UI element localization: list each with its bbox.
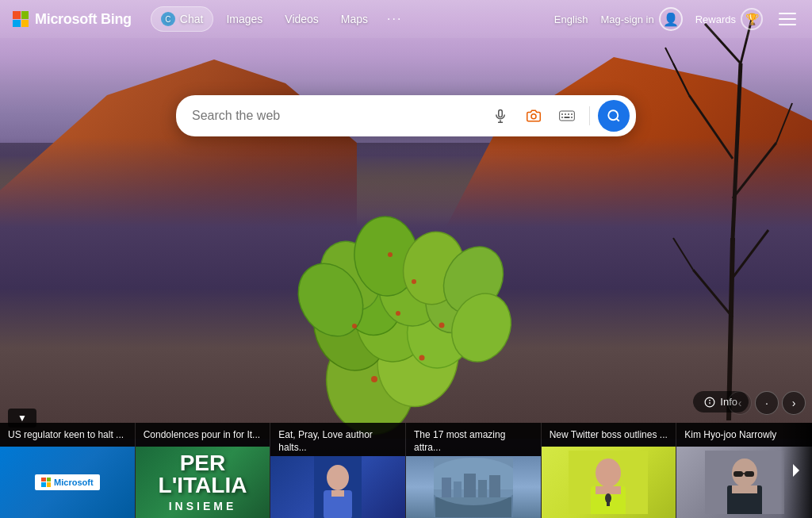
svg-point-17 (439, 323, 445, 328)
hamburger-line-3 (779, 24, 796, 25)
search-container (176, 95, 636, 136)
sign-in-text: Mag-sign in (601, 13, 654, 25)
svg-point-64 (596, 459, 621, 487)
search-divider (589, 106, 590, 125)
microsoft-logo (13, 11, 29, 27)
logo-blue (13, 20, 21, 28)
nav-images[interactable]: Images (216, 8, 272, 30)
svg-line-27 (665, 48, 689, 95)
news-strip: ▼ Info ‹ · › US regulator keen to halt .… (0, 423, 812, 518)
svg-rect-37 (560, 111, 575, 121)
news-card-2-image: PER L'ITALIA INSIEME (136, 447, 270, 518)
news-card-4-image (406, 456, 541, 518)
navigation-bar: Microsoft Bing C Chat Images Videos Maps… (0, 0, 812, 38)
news-img-city (406, 456, 541, 518)
camera-search-button[interactable] (519, 102, 548, 130)
svg-marker-76 (793, 464, 799, 477)
mic-button[interactable] (486, 102, 515, 130)
news-next-arrow[interactable]: › (782, 391, 806, 415)
svg-point-45 (608, 110, 618, 120)
sign-in-area[interactable]: Mag-sign in 👤 (601, 7, 683, 31)
news-card-4-title: The 17 most amazing attra... (406, 423, 541, 456)
nav-maps[interactable]: Maps (331, 8, 377, 30)
svg-line-25 (689, 95, 733, 159)
news-prev-arrow[interactable]: ‹ (728, 391, 752, 415)
search-input[interactable] (192, 109, 486, 123)
svg-line-46 (616, 118, 619, 121)
news-ellipsis: · (755, 391, 779, 415)
news-cards-container: US regulator keen to halt ... Microsoft (0, 423, 812, 518)
svg-point-51 (327, 465, 349, 490)
news-img-microsoft: Microsoft (0, 447, 135, 518)
hamburger-line-2 (779, 18, 796, 20)
trophy-icon: 🏆 (741, 8, 763, 30)
news-card-1-image: Microsoft (0, 447, 135, 518)
svg-point-36 (531, 114, 536, 119)
svg-rect-68 (607, 501, 610, 506)
svg-line-28 (733, 143, 776, 198)
nav-links: C Chat Images Videos Maps ··· (151, 6, 554, 32)
news-nav-arrows: ‹ · › (728, 391, 806, 415)
svg-point-20 (388, 252, 393, 257)
hamburger-menu[interactable] (776, 7, 799, 31)
news-card-3-title: Eat, Pray, Love author halts... (270, 423, 405, 456)
brand-name: Microsoft Bing (35, 11, 132, 28)
svg-rect-33 (499, 110, 503, 117)
svg-rect-74 (745, 471, 754, 477)
svg-line-32 (673, 238, 693, 270)
news-card-5-title: New Twitter boss outlines ... (542, 423, 676, 447)
keyboard-button[interactable] (553, 102, 581, 130)
search-submit-button[interactable] (598, 100, 630, 132)
svg-point-15 (419, 355, 425, 361)
news-card-3-image (270, 456, 405, 518)
rewards-label: Rewards (695, 13, 736, 25)
dark-branches (657, 0, 800, 420)
svg-point-16 (396, 311, 400, 316)
svg-rect-72 (732, 485, 757, 493)
svg-line-22 (733, 63, 741, 238)
svg-line-30 (733, 230, 768, 278)
news-card-5-image (542, 447, 676, 518)
news-card-2-title: Condolences pour in for It... (136, 423, 270, 447)
collapse-icon: ▼ (17, 412, 27, 424)
logo-green (21, 11, 29, 19)
news-card-1[interactable]: US regulator keen to halt ... Microsoft (0, 423, 136, 518)
news-card-3[interactable]: Eat, Pray, Love author halts... (270, 423, 406, 518)
svg-point-19 (352, 324, 357, 328)
nav-chat[interactable]: C Chat (151, 6, 214, 32)
news-card-2[interactable]: Condolences pour in for It... PER L'ITAL… (136, 423, 271, 518)
nav-right-section: English Mag-sign in 👤 Rewards 🏆 (554, 7, 799, 31)
news-img-italia: PER L'ITALIA INSIEME (136, 447, 270, 518)
svg-line-29 (776, 103, 792, 143)
brand-logo-area[interactable]: Microsoft Bing (13, 11, 132, 28)
news-card-4[interactable]: The 17 most amazing attra... (406, 423, 542, 518)
language-button[interactable]: English (554, 13, 588, 25)
news-card-5[interactable]: New Twitter boss outlines ... (542, 423, 677, 518)
prev-icon: ‹ (738, 397, 742, 409)
svg-rect-66 (596, 486, 621, 494)
collapse-button[interactable]: ▼ (8, 409, 36, 428)
chat-icon: C (161, 12, 175, 26)
scroll-right-button[interactable] (780, 423, 812, 518)
hamburger-line-1 (779, 13, 796, 14)
search-actions (486, 100, 630, 132)
logo-yellow (21, 20, 29, 28)
next-icon: › (792, 397, 796, 409)
nav-more[interactable]: ··· (381, 7, 408, 31)
news-img-woman (542, 447, 676, 518)
svg-point-14 (371, 376, 377, 382)
svg-rect-53 (331, 490, 344, 497)
user-icon: 👤 (659, 7, 683, 31)
svg-point-18 (412, 279, 416, 284)
svg-point-62 (434, 458, 513, 505)
search-bar (176, 95, 636, 136)
nav-videos[interactable]: Videos (275, 8, 328, 30)
rewards-area[interactable]: Rewards 🏆 (695, 8, 763, 30)
news-img-author (270, 456, 405, 518)
cactus-plant (228, 161, 584, 447)
svg-rect-73 (733, 471, 743, 477)
logo-red (13, 11, 21, 19)
svg-line-31 (693, 270, 733, 317)
